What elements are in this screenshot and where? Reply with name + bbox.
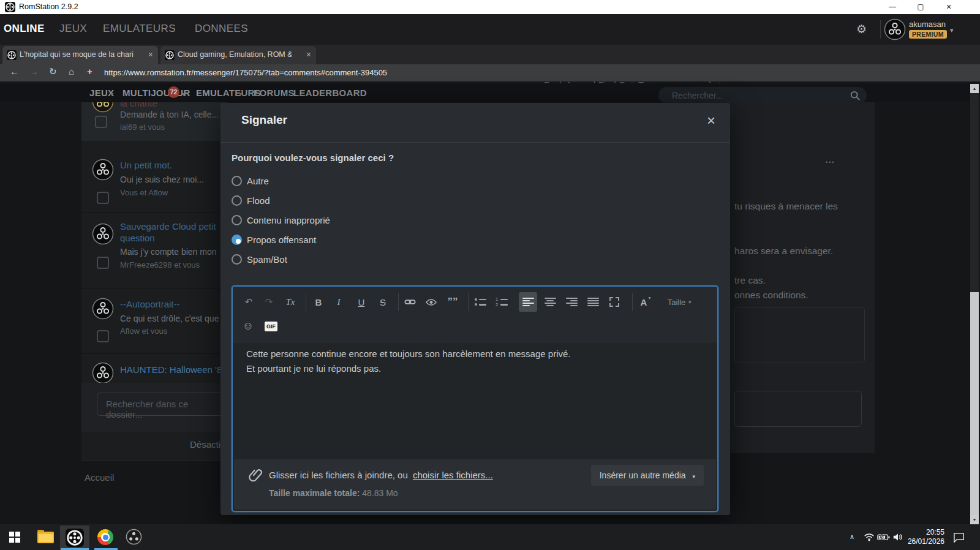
file-explorer-icon[interactable] [37, 532, 54, 543]
window-maximize-button[interactable]: ▢ [907, 0, 935, 14]
app-nav-emulateurs[interactable]: EMULATEURS [103, 23, 176, 35]
home-icon[interactable]: ⌂ [69, 66, 74, 77]
radio-label[interactable]: Contenu inapproprié [247, 215, 330, 225]
conversation-title-line2[interactable]: question [120, 233, 155, 243]
radio-icon[interactable] [232, 176, 242, 186]
radio-option-flood[interactable]: Flood [232, 194, 477, 209]
conversation-title[interactable]: HAUNTED: Halloween '8 [120, 364, 222, 375]
scrollbar[interactable]: ▲ ▼ [970, 84, 979, 524]
underline-icon[interactable]: U [352, 292, 371, 312]
conversation-checkbox[interactable] [97, 330, 109, 342]
scrollbar-up-arrow[interactable]: ▲ [970, 84, 979, 93]
site-nav-forums[interactable]: FORUMS [254, 88, 295, 98]
report-editor[interactable]: ↶ ↷ Tx B I U S ”” [232, 285, 718, 512]
editor-text-line[interactable]: Cette personne continue encore et toujou… [246, 348, 570, 359]
username[interactable]: akumasan [909, 20, 946, 29]
site-search-input[interactable]: Rechercher... [658, 87, 867, 104]
redo-icon[interactable]: ↷ [260, 292, 278, 312]
radio-icon[interactable] [232, 195, 242, 206]
tab-hopital[interactable]: L'hopital qui se moque de la charité. -.… [2, 46, 158, 64]
radio-icon[interactable] [232, 215, 242, 225]
clock-date: 26/01/2026 [894, 537, 944, 546]
more-options-icon[interactable]: ••• [826, 159, 835, 165]
radio-label[interactable]: Propos offensant [247, 235, 316, 245]
tab-cloud-gaming[interactable]: Cloud gaming, Emulation, ROM & ISO ... × [160, 46, 316, 64]
radio-label[interactable]: Autre [247, 176, 269, 186]
conversation-checkbox[interactable] [95, 116, 107, 128]
window-minimize-button[interactable]: — [878, 0, 907, 14]
app-nav-jeux[interactable]: JEUX [59, 23, 87, 35]
preview-eye-icon[interactable] [422, 292, 440, 312]
conversation-title[interactable]: Un petit mot. [120, 160, 172, 170]
radio-option-contenu-inapproprie[interactable]: Contenu inapproprié [232, 214, 477, 228]
insert-media-button[interactable]: Insérer un autre média ▾ [591, 465, 704, 486]
link-icon[interactable] [401, 292, 419, 312]
radio-icon[interactable] [232, 254, 242, 265]
conversation-title[interactable]: --Autoportrait-- [120, 299, 180, 309]
conversation-checkbox[interactable] [97, 257, 109, 269]
radio-selected-icon[interactable] [232, 235, 242, 245]
action-center-icon[interactable] [953, 532, 965, 543]
site-nav-emulateurs[interactable]: EMULATEURS [196, 88, 261, 98]
refresh-icon[interactable]: ↻ [49, 66, 57, 77]
wifi-icon[interactable] [864, 532, 875, 542]
justify-icon[interactable] [584, 292, 602, 312]
bold-icon[interactable]: B [309, 292, 328, 312]
site-nav-multijoueur[interactable]: MULTIJOUEUR [123, 88, 190, 98]
tab-close-icon[interactable]: × [148, 50, 153, 59]
conversation-checkbox[interactable] [97, 192, 109, 204]
align-right-icon[interactable] [562, 292, 581, 312]
folder-search-input[interactable]: Rechercher dans ce dossier... [97, 393, 224, 416]
font-color-icon[interactable]: A▾ [636, 292, 654, 312]
site-nav-leaderboard[interactable]: LEADERBOARD [293, 88, 367, 98]
user-avatar[interactable] [884, 18, 906, 40]
start-button-icon[interactable] [9, 532, 20, 543]
align-center-icon[interactable] [541, 292, 559, 312]
app-nav-donnees[interactable]: DONNEES [195, 23, 248, 35]
tray-chevron-icon[interactable]: ∧ [850, 533, 854, 541]
url-text[interactable]: https://www.romstation.fr/messenger/1750… [104, 68, 387, 77]
battery-icon[interactable] [877, 533, 890, 541]
tab-close-icon[interactable]: × [306, 50, 311, 59]
gif-icon[interactable]: GIF [265, 322, 277, 331]
chrome-icon[interactable] [97, 529, 113, 545]
strikethrough-icon[interactable]: S [374, 292, 392, 312]
scrollbar-down-arrow[interactable]: ▼ [970, 515, 979, 524]
back-icon[interactable]: ← [10, 66, 19, 77]
numbered-list-icon[interactable]: 12 [492, 292, 511, 312]
new-tab-icon[interactable]: + [87, 66, 92, 77]
search-icon[interactable] [850, 91, 860, 100]
home-breadcrumb-link[interactable]: Accueil [85, 472, 114, 483]
romstation-taskbar-active[interactable] [60, 526, 89, 550]
radio-option-propos-offensant[interactable]: Propos offensant [232, 233, 477, 248]
quote-icon[interactable]: ”” [443, 292, 462, 312]
clear-format-icon[interactable]: Tx [281, 292, 300, 312]
conversation-preview: Mais j'y compte bien mon [120, 247, 217, 257]
radio-label[interactable]: Spam/Bot [247, 254, 287, 265]
italic-icon[interactable]: I [330, 292, 348, 312]
emoji-icon[interactable]: ☺ [239, 317, 257, 335]
scrollbar-thumb[interactable] [970, 292, 979, 515]
window-close-button[interactable]: × [935, 0, 963, 14]
disable-link-fragment[interactable]: Désactiv [190, 439, 225, 450]
bullet-list-icon[interactable] [471, 292, 489, 312]
radio-label[interactable]: Flood [247, 195, 270, 206]
obs-icon[interactable] [126, 529, 142, 545]
modal-close-icon[interactable]: × [707, 112, 715, 129]
font-size-dropdown[interactable]: Taille▾ [662, 292, 697, 312]
app-nav-online[interactable]: ONLINE [4, 23, 45, 35]
taskbar-clock[interactable]: 20:55 26/01/2026 [894, 528, 944, 546]
radio-option-autre[interactable]: Autre [232, 175, 477, 189]
fullscreen-icon[interactable] [605, 292, 624, 312]
forward-icon[interactable]: → [29, 66, 39, 77]
conversation-title[interactable]: Sauvegarde Cloud petit [120, 221, 216, 232]
align-left-icon[interactable] [519, 292, 537, 312]
undo-icon[interactable]: ↶ [239, 292, 258, 312]
radio-option-spam-bot[interactable]: Spam/Bot [232, 253, 477, 268]
reply-input-box[interactable] [734, 391, 862, 427]
choose-files-link[interactable]: choisir les fichiers... [413, 470, 493, 480]
editor-text-line[interactable]: Et pourtant je ne lui réponds pas. [246, 363, 381, 374]
romstation-taskbar-icon[interactable] [66, 529, 84, 547]
user-menu-caret-icon[interactable]: ▾ [950, 26, 954, 34]
settings-gear-icon[interactable]: ⚙ [856, 22, 867, 36]
